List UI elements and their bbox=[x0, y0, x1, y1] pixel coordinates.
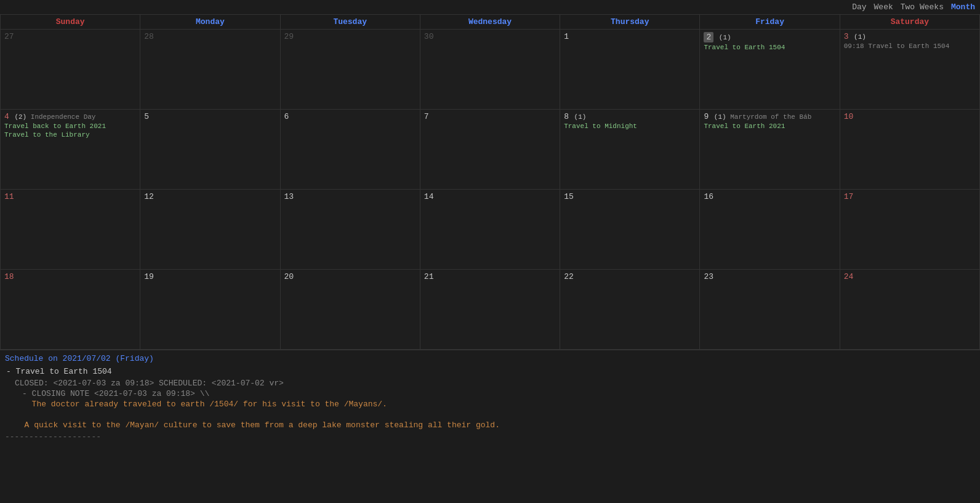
day-number: 23 bbox=[704, 272, 713, 281]
calendar-cell-15[interactable]: 15 bbox=[560, 190, 700, 270]
day-number: 28 bbox=[144, 32, 154, 41]
schedule-section: Schedule on 2021/07/02 (Friday) - Travel… bbox=[0, 350, 980, 445]
day-number: 6 bbox=[284, 112, 289, 121]
day-number: 11 bbox=[4, 192, 14, 201]
calendar-cell-17[interactable]: 17 bbox=[840, 190, 979, 270]
calendar-header: Day Week Two Weeks Month bbox=[0, 0, 980, 14]
event-item[interactable]: Travel back to Earth 2021 bbox=[4, 123, 136, 130]
holiday-label: Martyrdom of the Báb bbox=[726, 113, 812, 121]
day-number: 1 bbox=[564, 32, 569, 41]
event-count-badge: (1) bbox=[710, 113, 726, 121]
col-monday: Monday bbox=[140, 15, 280, 30]
calendar-cell-20[interactable]: 20 bbox=[280, 270, 420, 350]
calendar-cell-2[interactable]: 2 (1)Travel to Earth 1504 bbox=[700, 30, 840, 110]
calendar-cell-14[interactable]: 14 bbox=[420, 190, 560, 270]
calendar-cell-9[interactable]: 9 (1) Martyrdom of the BábTravel to Eart… bbox=[700, 110, 840, 190]
month-view-button[interactable]: Month bbox=[951, 2, 975, 12]
event-item[interactable]: Travel to Midnight bbox=[564, 123, 696, 130]
event-item[interactable]: 09:18 Travel to Earth 1504 bbox=[844, 42, 976, 50]
next-button[interactable] bbox=[23, 6, 28, 9]
day-number: 18 bbox=[4, 272, 14, 281]
day-number: 12 bbox=[144, 192, 154, 201]
event-closed: CLOSED: <2021-07-03 za 09:18> SCHEDULED:… bbox=[15, 379, 975, 388]
col-thursday: Thursday bbox=[560, 15, 700, 30]
day-number: 29 bbox=[284, 32, 294, 41]
event-item[interactable]: Travel to Earth 2021 bbox=[704, 123, 835, 130]
day-number: 8 bbox=[564, 112, 569, 121]
day-number: 13 bbox=[284, 192, 294, 201]
schedule-title: Schedule on 2021/07/02 (Friday) bbox=[5, 354, 975, 363]
day-number: 20 bbox=[284, 272, 294, 281]
day-number: 24 bbox=[844, 272, 854, 281]
calendar-cell-27[interactable]: 27 bbox=[1, 30, 140, 110]
day-number: 17 bbox=[844, 192, 854, 201]
calendar-cell-19[interactable]: 19 bbox=[140, 270, 280, 350]
calendar-cell-11[interactable]: 11 bbox=[1, 190, 140, 270]
day-number: 7 bbox=[424, 112, 429, 121]
day-number: 5 bbox=[144, 112, 149, 121]
navigation-buttons bbox=[15, 6, 39, 9]
today-button[interactable] bbox=[32, 6, 39, 9]
day-number: 4 bbox=[4, 112, 9, 121]
day-number: 16 bbox=[704, 192, 713, 201]
event-description: A quick visit to the /Mayan/ culture to … bbox=[15, 421, 975, 430]
calendar-cell-4[interactable]: 4 (2) Independence DayTravel back to Ear… bbox=[1, 110, 140, 190]
event-item[interactable]: Travel to the Library bbox=[4, 131, 136, 139]
two-weeks-view-button[interactable]: Two Weeks bbox=[901, 2, 944, 12]
day-number: 27 bbox=[4, 32, 14, 41]
calendar-cell-22[interactable]: 22 bbox=[560, 270, 700, 350]
calendar-cell-6[interactable]: 6 bbox=[280, 110, 420, 190]
col-wednesday: Wednesday bbox=[420, 15, 560, 30]
day-number: 10 bbox=[844, 112, 854, 121]
calendar-grid: Sunday Monday Tuesday Wednesday Thursday… bbox=[0, 14, 980, 350]
schedule-divider: -------------------- bbox=[5, 432, 975, 441]
calendar-cell-16[interactable]: 16 bbox=[700, 190, 840, 270]
day-number: 30 bbox=[424, 32, 434, 41]
calendar-cell-29[interactable]: 29 bbox=[280, 30, 420, 110]
event-item[interactable]: Travel to Earth 1504 bbox=[704, 44, 835, 51]
day-number: 9 bbox=[704, 112, 709, 121]
event-count-badge: (2) bbox=[10, 113, 26, 121]
day-number: 22 bbox=[564, 272, 574, 281]
event-title: - Travel to Earth 1504 bbox=[6, 367, 975, 376]
calendar-cell-5[interactable]: 5 bbox=[140, 110, 280, 190]
view-selector: Day Week Two Weeks Month bbox=[852, 2, 975, 12]
week-view-button[interactable]: Week bbox=[874, 2, 893, 12]
calendar-cell-1[interactable]: 1 bbox=[560, 30, 700, 110]
calendar-cell-24[interactable]: 24 bbox=[840, 270, 979, 350]
calendar-cell-13[interactable]: 13 bbox=[280, 190, 420, 270]
event-count-badge: (1) bbox=[715, 34, 731, 41]
event-count-badge: (1) bbox=[570, 113, 586, 121]
calendar-cell-10[interactable]: 10 bbox=[840, 110, 979, 190]
calendar-cell-3[interactable]: 3 (1)09:18 Travel to Earth 1504 bbox=[840, 30, 979, 110]
day-number: 3 bbox=[844, 32, 849, 41]
calendar-cell-30[interactable]: 30 bbox=[420, 30, 560, 110]
calendar-cell-23[interactable]: 23 bbox=[700, 270, 840, 350]
col-saturday: Saturday bbox=[840, 15, 979, 30]
col-friday: Friday bbox=[700, 15, 840, 30]
calendar-cell-28[interactable]: 28 bbox=[140, 30, 280, 110]
day-number: 15 bbox=[564, 192, 574, 201]
schedule-event: - Travel to Earth 1504 CLOSED: <2021-07-… bbox=[5, 367, 975, 430]
calendar-cell-21[interactable]: 21 bbox=[420, 270, 560, 350]
calendar-cell-12[interactable]: 12 bbox=[140, 190, 280, 270]
day-view-button[interactable]: Day bbox=[852, 2, 866, 12]
day-number: 21 bbox=[424, 272, 434, 281]
event-closing-note-label: - CLOSING NOTE <2021-07-03 za 09:18> \\ bbox=[22, 389, 975, 398]
holiday-label: Independence Day bbox=[26, 113, 95, 121]
calendar-cell-7[interactable]: 7 bbox=[420, 110, 560, 190]
calendar-cell-8[interactable]: 8 (1)Travel to Midnight bbox=[560, 110, 700, 190]
col-sunday: Sunday bbox=[1, 15, 140, 30]
event-closing-note-text: The doctor already traveled to earth /15… bbox=[22, 400, 975, 409]
prev-button[interactable] bbox=[15, 6, 20, 9]
day-number: 19 bbox=[144, 272, 154, 281]
col-tuesday: Tuesday bbox=[280, 15, 420, 30]
event-count-badge: (1) bbox=[850, 33, 866, 41]
calendar-cell-18[interactable]: 18 bbox=[1, 270, 140, 350]
day-number: 14 bbox=[424, 192, 434, 201]
day-number: 2 bbox=[704, 32, 713, 42]
